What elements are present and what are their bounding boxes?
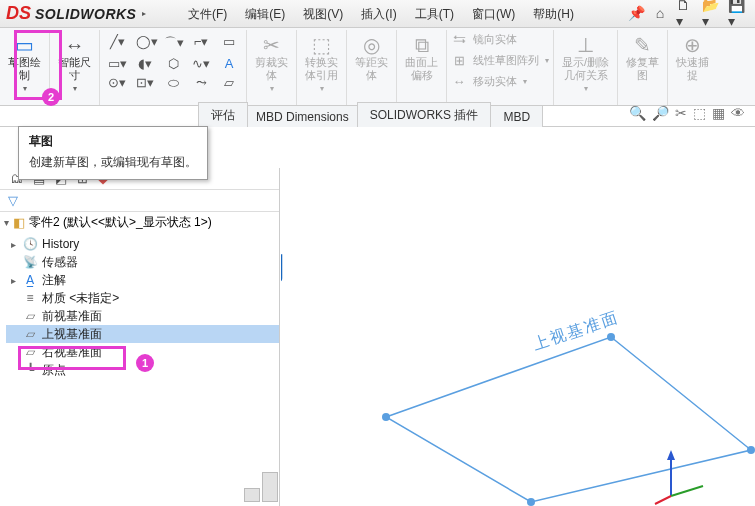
ribbon-group-relations: ⊥ 显示/删除 几何关系 ▾ xyxy=(554,30,618,105)
menu-help[interactable]: 帮助(H) xyxy=(525,4,582,25)
tree-item-top-plane[interactable]: ▱上视基准面 xyxy=(6,325,279,343)
section-view-icon[interactable]: ✂ xyxy=(675,105,687,121)
pin-icon[interactable]: 📌 xyxy=(628,5,645,21)
svg-marker-6 xyxy=(667,450,675,460)
ribbon-group-repair: ✎ 修复草 图 xyxy=(618,30,668,105)
menu-insert[interactable]: 插入(I) xyxy=(353,4,404,25)
tab-evaluate[interactable]: 评估 xyxy=(198,102,248,127)
tab-mbd[interactable]: MBD xyxy=(490,105,543,127)
tree-item-label: 注解 xyxy=(42,272,66,289)
dropdown-icon[interactable]: ▾ xyxy=(545,56,549,65)
watermark-line2: WWW.RJZXW.COM xyxy=(281,289,286,303)
menu-edit[interactable]: 编辑(E) xyxy=(237,4,293,25)
spline-tool-icon[interactable]: ∿▾ xyxy=(192,56,210,71)
tree-item-label: 前视基准面 xyxy=(42,308,102,325)
relations-icon: ⊥ xyxy=(577,34,594,56)
expand-icon[interactable]: ▾ xyxy=(4,217,9,228)
save-icon[interactable]: 💾▾ xyxy=(727,3,749,23)
move-entities-button[interactable]: ↔移动实体▾ xyxy=(451,74,549,89)
filter-icon[interactable]: ▽ xyxy=(8,193,18,208)
dropdown-icon[interactable]: ▾ xyxy=(73,82,77,95)
dropdown-icon[interactable]: ▾ xyxy=(320,82,324,95)
expand-icon[interactable]: ▸ xyxy=(8,275,18,286)
show-relations-button[interactable]: ⊥ 显示/删除 几何关系 ▾ xyxy=(558,32,613,97)
sensors-icon: 📡 xyxy=(22,255,38,269)
triad-axes-icon xyxy=(651,446,711,506)
tree-item-history[interactable]: ▸🕓History xyxy=(6,235,279,253)
tab-mbd-dimensions[interactable]: MBD Dimensions xyxy=(247,105,358,127)
tree-root-label: 零件2 (默认<<默认>_显示状态 1>) xyxy=(29,214,212,231)
plane-tool-icon[interactable]: ▱ xyxy=(220,75,238,91)
menu-view[interactable]: 视图(V) xyxy=(295,4,351,25)
open-doc-icon[interactable]: 📂▾ xyxy=(701,3,723,23)
select-box-icon[interactable]: ▭ xyxy=(220,34,238,52)
display-style-icon[interactable]: ▦ xyxy=(712,105,725,121)
pattern-icon: ⊞ xyxy=(451,53,467,68)
convert-entities-button[interactable]: ⬚ 转换实 体引用 ▾ xyxy=(301,32,342,97)
quick-snap-button[interactable]: ⊕ 快速捕 捉 xyxy=(672,32,713,84)
tree-item-sensors[interactable]: 📡传感器 xyxy=(6,253,279,271)
svg-line-8 xyxy=(655,496,671,504)
dropdown-icon[interactable]: ▾ xyxy=(523,77,527,86)
new-doc-icon[interactable]: 🗋▾ xyxy=(675,3,697,23)
dropdown-icon[interactable]: ▾ xyxy=(584,82,588,95)
home-icon[interactable]: ⌂ xyxy=(649,3,671,23)
annotation-badge-2: 2 xyxy=(42,88,60,106)
material-icon: ≡ xyxy=(22,291,38,305)
tree-item-label: 传感器 xyxy=(42,254,78,271)
arc-tool-icon[interactable]: ⌒▾ xyxy=(164,34,182,52)
zoom-area-icon[interactable]: 🔎 xyxy=(652,105,669,121)
rectangle-tool-icon[interactable]: ▭▾ xyxy=(108,56,126,71)
title-bar-right-icons: 📌 ⌂ 🗋▾ 📂▾ 💾▾ xyxy=(628,3,749,23)
zoom-to-fit-icon[interactable]: 🔍 xyxy=(629,105,646,121)
plane-icon: ▱ xyxy=(22,327,38,341)
plane-icon: ▱ xyxy=(22,309,38,323)
dropdown-icon[interactable]: ▾ xyxy=(270,82,274,95)
circle-tool-icon[interactable]: ◯▾ xyxy=(136,34,154,52)
menu-tools[interactable]: 工具(T) xyxy=(407,4,462,25)
panel-scrollbar[interactable] xyxy=(262,472,278,502)
tree-item-material[interactable]: ≡材质 <未指定> xyxy=(6,289,279,307)
slot-tool-icon[interactable]: ◖▾ xyxy=(136,56,154,71)
menu-file[interactable]: 文件(F) xyxy=(180,4,235,25)
ribbon-group-convert: ⬚ 转换实 体引用 ▾ xyxy=(297,30,347,105)
trim-entities-button[interactable]: ✂ 剪裁实 体 ▾ xyxy=(251,32,292,97)
curve-tool-icon[interactable]: ⤳ xyxy=(192,75,210,91)
ellipse-tool-icon[interactable]: ⬭ xyxy=(164,75,182,91)
mirror-entities-button[interactable]: ⮀镜向实体 xyxy=(451,32,549,47)
sketch-tools-row2: ▭▾ ◖▾ ⬡ ∿▾ A xyxy=(102,54,244,73)
menu-window[interactable]: 窗口(W) xyxy=(464,4,523,25)
text-tool-icon[interactable]: A xyxy=(220,56,238,71)
graphics-viewport[interactable]: 软件自学网 WWW.RJZXW.COM 上视基准面 xyxy=(281,152,755,506)
tree-root[interactable]: ▾ ◧ 零件2 (默认<<默认>_显示状态 1>) xyxy=(0,212,279,233)
polygon-tool-icon[interactable]: ⬡ xyxy=(164,56,182,71)
tab-solidworks-addins[interactable]: SOLIDWORKS 插件 xyxy=(357,102,492,127)
smart-dimension-label: 智能尺 寸 xyxy=(58,56,91,82)
hide-show-icon[interactable]: 👁 xyxy=(731,105,745,121)
view-orientation-icon[interactable]: ⬚ xyxy=(693,105,706,121)
repair-sketch-button[interactable]: ✎ 修复草 图 xyxy=(622,32,663,84)
fillet-tool-icon[interactable]: ⌐▾ xyxy=(192,34,210,52)
offset-entities-button[interactable]: ◎ 等距实 体 xyxy=(351,32,392,84)
surface-offset-button[interactable]: ⧉ 曲面上 偏移 xyxy=(401,32,442,84)
panel-scroll-left[interactable] xyxy=(244,488,260,502)
centerline-tool-icon[interactable]: ⊡▾ xyxy=(136,75,154,91)
annotation-highlight-1 xyxy=(18,346,126,370)
tooltip-sketch: 草图 创建新草图，或编辑现有草图。 xyxy=(18,126,208,180)
expand-icon[interactable]: ▸ xyxy=(8,239,18,250)
trim-icon: ✂ xyxy=(263,34,280,56)
command-manager-tabs: 评估 MBD Dimensions SOLIDWORKS 插件 MBD 🔍 🔎 … xyxy=(0,103,755,127)
pattern-label: 线性草图阵列 xyxy=(473,53,539,68)
svg-point-4 xyxy=(527,498,535,506)
ribbon-group-surface-offset: ⧉ 曲面上 偏移 xyxy=(397,30,447,105)
linear-pattern-button[interactable]: ⊞线性草图阵列▾ xyxy=(451,53,549,68)
tooltip-title: 草图 xyxy=(29,133,197,150)
tree-item-front-plane[interactable]: ▱前视基准面 xyxy=(6,307,279,325)
svg-line-7 xyxy=(671,486,703,496)
line-tool-icon[interactable]: ╱▾ xyxy=(108,34,126,52)
tree-item-label: History xyxy=(42,237,79,251)
point-tool-icon[interactable]: ⊙▾ xyxy=(108,75,126,91)
tree-item-annotations[interactable]: ▸A̲注解 xyxy=(6,271,279,289)
ribbon-group-snap: ⊕ 快速捕 捉 xyxy=(668,30,717,105)
snap-label: 快速捕 捉 xyxy=(676,56,709,82)
